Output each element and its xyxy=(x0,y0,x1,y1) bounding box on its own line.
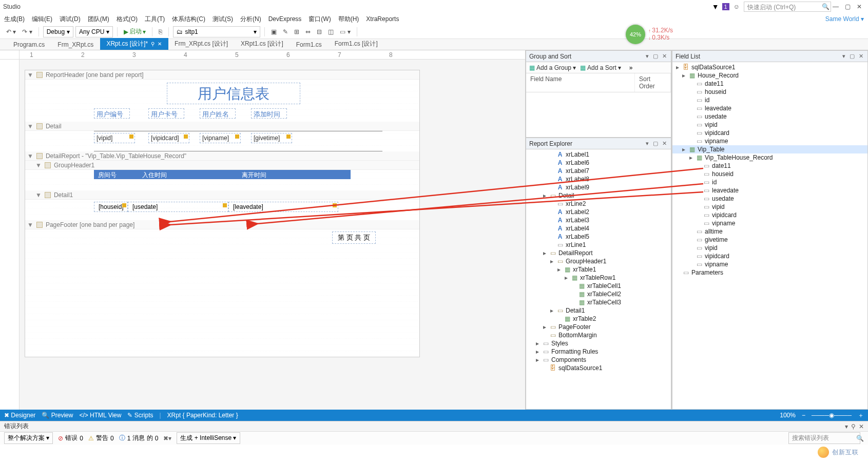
column-label[interactable]: 用户编号 xyxy=(94,108,130,119)
maximize-button[interactable]: ▢ xyxy=(842,3,854,10)
band-reportheader[interactable]: ▼ReportHeader [one band per report] xyxy=(25,70,419,80)
undo-button[interactable]: ↶ ▾ xyxy=(4,27,18,36)
toolbar-icon[interactable]: ⎘ xyxy=(157,27,164,36)
tree-item[interactable]: ▭vipname xyxy=(672,137,867,145)
panel-close-icon[interactable]: ✕ xyxy=(661,140,668,147)
band-detail1[interactable]: ▼Detail1 xyxy=(25,190,419,200)
menu-item[interactable]: 团队(M) xyxy=(88,15,109,24)
toolbar-icon[interactable]: ⊞ xyxy=(292,27,301,36)
tree-item[interactable]: ▭xrLine1 xyxy=(526,241,671,249)
tree-item[interactable]: ▭givetime xyxy=(672,236,867,244)
menu-item[interactable]: 分析(N) xyxy=(240,15,261,24)
toolbar-icon[interactable]: ✎ xyxy=(281,27,290,36)
search-icon[interactable]: 🔍 xyxy=(822,3,830,10)
tree-item[interactable]: ▭vipid xyxy=(672,203,867,211)
tab-preview[interactable]: 🔍 Preview xyxy=(42,412,73,419)
tab[interactable]: XRpt1.cs [设计] xyxy=(235,38,290,50)
overflow-icon[interactable]: » xyxy=(629,64,633,71)
tab[interactable]: Form1.cs xyxy=(290,40,329,50)
zoom-in-icon[interactable]: ＋ xyxy=(858,411,864,420)
band-detail[interactable]: ▼Detail xyxy=(25,122,419,131)
add-group-button[interactable]: ▦Add a Group ▾ xyxy=(529,64,576,71)
tree-item[interactable]: ▸▭Detail1 xyxy=(526,306,671,315)
tab-designer[interactable]: ✖ Designer xyxy=(4,412,35,419)
notifications-badge[interactable]: 1 xyxy=(722,3,729,10)
minimize-button[interactable]: — xyxy=(830,3,842,10)
tree-item[interactable]: ▸▭Components xyxy=(526,356,671,364)
tree-item[interactable]: AxrLabel5 xyxy=(526,233,671,241)
solution-combo[interactable]: 整个解决方案 ▾ xyxy=(4,432,53,444)
tree-item[interactable]: AxrLabel1 xyxy=(526,150,671,159)
smart-tag-icon[interactable] xyxy=(122,203,126,207)
tree-item[interactable]: ▭alltime xyxy=(672,227,867,236)
field-label[interactable]: [vipid] xyxy=(94,133,135,143)
intellisense-combo[interactable]: 生成 + IntelliSense ▾ xyxy=(177,432,240,444)
column-label[interactable]: 用户卡号 xyxy=(148,108,184,119)
field-list-tree[interactable]: ▸🗄sqlDataSource1▸▦House_Record▭date11▭ho… xyxy=(672,62,867,409)
tree-item[interactable]: ▭date11 xyxy=(672,80,867,88)
tree-item[interactable]: 🗄sqlDataSource1 xyxy=(526,364,671,372)
tab-pin-icon[interactable]: ⚲ xyxy=(151,41,155,47)
tab[interactable]: Frm_XRpt.cs [设计] xyxy=(168,38,235,50)
panel-dropdown-icon[interactable]: ▾ xyxy=(645,140,650,147)
tree-item[interactable]: ▭vipidcard xyxy=(672,129,867,137)
tree-item[interactable]: ▦xrTable2 xyxy=(526,315,671,323)
tree-item[interactable]: ▸▦xrTableRow1 xyxy=(526,274,671,282)
tree-item[interactable]: ▸▭Styles xyxy=(526,339,671,348)
tree-item[interactable]: ▸▭Formatting Rules xyxy=(526,348,671,356)
panel-maximize-icon[interactable]: ▢ xyxy=(652,53,659,60)
panel-close-icon[interactable]: ✕ xyxy=(858,53,864,60)
tree-item[interactable]: ▸▭DetailReport xyxy=(526,249,671,257)
panel-dropdown-icon[interactable]: ▾ xyxy=(845,423,848,430)
panel-pin-icon[interactable]: ⚲ xyxy=(851,423,856,430)
zoom-level[interactable]: 100% xyxy=(780,412,796,419)
toolbar-icon[interactable]: ⊟ xyxy=(315,27,324,36)
zoom-slider[interactable]: ────◉──── xyxy=(812,412,852,419)
menu-item[interactable]: 编辑(E) xyxy=(32,15,52,24)
tree-item[interactable]: ▸▦House_Record xyxy=(672,71,867,80)
tab[interactable]: Form1.cs [设计] xyxy=(329,38,384,50)
tree-item[interactable]: ▭vipname xyxy=(672,219,867,227)
column-label[interactable]: 用户姓名 xyxy=(200,108,236,119)
group-sort-grid[interactable] xyxy=(526,92,671,137)
tree-item[interactable]: ▭leavedate xyxy=(672,186,867,195)
tree-item[interactable]: ▭id xyxy=(672,96,867,104)
panel-close-icon[interactable]: ✕ xyxy=(859,423,864,430)
group-header-table[interactable]: 房间号 入住时间 离开时间 xyxy=(94,170,351,179)
menu-item[interactable]: 帮助(H) xyxy=(338,15,359,24)
tab-html-view[interactable]: </> HTML View xyxy=(79,412,121,419)
menu-item[interactable]: 工具(T) xyxy=(145,15,165,24)
feedback-icon[interactable]: ☺ xyxy=(734,3,740,10)
tree-item[interactable]: ▭Parameters xyxy=(672,268,867,277)
tree-item[interactable]: ▦xrTableCell2 xyxy=(526,290,671,298)
tree-item[interactable]: ▸▭PageFooter xyxy=(526,323,671,331)
tree-item[interactable]: AxrLabel3 xyxy=(526,216,671,224)
tree-item[interactable]: AxrLabel4 xyxy=(526,224,671,233)
tree-item[interactable]: ▭id xyxy=(672,178,867,186)
toolbar-icon[interactable]: ▭ ▾ xyxy=(338,27,352,36)
page-number-label[interactable]: 第 页 共 页 xyxy=(332,232,376,244)
band-pagefooter[interactable]: ▼PageFooter [one band per page] xyxy=(25,220,419,229)
tab[interactable]: Frm_XRpt.cs xyxy=(51,40,100,50)
menu-item[interactable]: 窗口(W) xyxy=(308,15,331,24)
panel-dropdown-icon[interactable]: ▾ xyxy=(645,53,650,60)
warnings-chip[interactable]: ⚠警告 0 xyxy=(88,434,114,442)
tree-item[interactable]: ▭usedate xyxy=(672,112,867,121)
toolbar-icon[interactable]: ⇔ xyxy=(303,27,313,36)
account-label[interactable]: Same World ▾ xyxy=(825,15,864,23)
panel-dropdown-icon[interactable]: ▾ xyxy=(841,53,846,60)
tree-item[interactable]: ▭xrLine2 xyxy=(526,200,671,208)
panel-maximize-icon[interactable]: ▢ xyxy=(848,53,856,60)
tree-item[interactable]: ▭BottomMargin xyxy=(526,331,671,339)
panel-maximize-icon[interactable]: ▢ xyxy=(652,140,659,147)
config-combo[interactable]: Debug ▾ xyxy=(43,26,73,37)
smart-tag-icon[interactable] xyxy=(184,134,188,139)
flag-icon[interactable]: ▼ xyxy=(712,3,719,11)
panel-close-icon[interactable]: ✕ xyxy=(661,53,668,60)
tree-item[interactable]: ▭leavedate xyxy=(672,104,867,112)
messages-chip[interactable]: ⓘ1消息 的 0 xyxy=(119,434,159,442)
tab-scripts[interactable]: ✎ Scripts xyxy=(127,412,153,419)
menu-item[interactable]: XtraReports xyxy=(366,15,399,23)
start-button[interactable]: ▶ 启动 ▾ xyxy=(122,26,148,37)
tree-item[interactable]: ▸▦xrTable1 xyxy=(526,265,671,274)
